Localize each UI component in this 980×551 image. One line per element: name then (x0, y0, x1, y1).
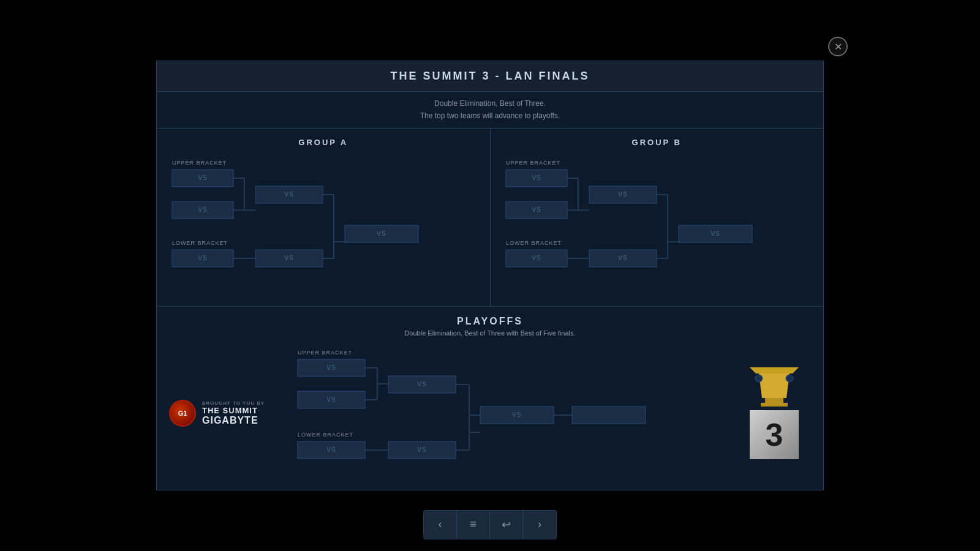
nav-next-button[interactable]: › (523, 511, 556, 539)
playoffs-title: PLAYOFFS (169, 316, 811, 327)
ga-lower-r1-m1 (172, 250, 233, 267)
logo-brought-text: BROUGHT TO YOU BY (202, 400, 265, 406)
svg-text:VS: VS (618, 254, 627, 261)
ga-upper-r1-m2 (172, 201, 233, 219)
groups-section: GROUP A UPPER BRACKET VS VS (157, 128, 823, 306)
svg-rect-39 (679, 225, 752, 242)
svg-text:LOWER BRACKET: LOWER BRACKET (298, 432, 353, 438)
svg-text:VS: VS (198, 174, 207, 181)
logo-text-block: BROUGHT TO YOU BY THE SUMMIT GIGABYTE (202, 400, 265, 426)
svg-text:VS: VS (618, 190, 627, 197)
group-a-upper-label: UPPER BRACKET (172, 160, 227, 166)
playoffs-logo: G1 BROUGHT TO YOU BY THE SUMMIT GIGABYTE (169, 400, 292, 427)
main-container: ✕ THE SUMMIT 3 - LAN FINALS Double Elimi… (156, 61, 824, 490)
ga-finals-m1 (345, 225, 418, 242)
trophy: 3 (744, 367, 805, 459)
trophy-icon-svg (744, 367, 805, 410)
svg-text:VS: VS (532, 254, 541, 261)
close-button[interactable]: ✕ (828, 37, 848, 56)
svg-text:VS: VS (284, 254, 293, 261)
svg-rect-34 (589, 250, 657, 267)
logo-row: G1 BROUGHT TO YOU BY THE SUMMIT GIGABYTE (169, 400, 265, 427)
group-a-title: GROUP A (166, 138, 481, 147)
ga-upper-r2-m1 (255, 186, 323, 203)
svg-rect-26 (589, 186, 657, 203)
ga-upper-r1-m1 (172, 170, 233, 187)
svg-text:LOWER BRACKET: LOWER BRACKET (506, 240, 562, 246)
trophy-number: 3 (766, 416, 783, 453)
playoffs-bracket-svg: UPPER BRACKET VS VS (292, 346, 720, 481)
svg-text:VS: VS (198, 206, 207, 212)
svg-marker-68 (750, 367, 799, 373)
svg-rect-67 (572, 407, 646, 424)
nav-back-button[interactable]: ↩ (490, 511, 523, 539)
group-a-bracket-svg: UPPER BRACKET VS VS (166, 156, 484, 297)
svg-text:VS: VS (710, 230, 720, 236)
playoffs-bracket-area: UPPER BRACKET VS VS (292, 346, 737, 481)
trophy-number-badge: 3 (750, 410, 799, 459)
svg-text:VS: VS (417, 380, 426, 387)
svg-point-71 (755, 375, 763, 382)
svg-text:VS: VS (198, 254, 207, 261)
nav-prev-button[interactable]: ‹ (424, 511, 457, 539)
svg-text:VS: VS (326, 395, 336, 402)
title-bar: THE SUMMIT 3 - LAN FINALS (157, 61, 823, 92)
svg-text:LOWER BRACKET: LOWER BRACKET (172, 240, 228, 246)
svg-text:VS: VS (326, 446, 336, 452)
g1-logo: G1 (169, 400, 196, 427)
nav-list-button[interactable]: ≡ (457, 511, 490, 539)
playoffs-section: PLAYOFFS Double Elimination, Best of Thr… (157, 306, 823, 490)
group-a-content: UPPER BRACKET VS VS (166, 156, 481, 297)
group-b-panel: GROUP B UPPER BRACKET VS VS (491, 129, 824, 306)
svg-rect-31 (506, 250, 567, 267)
group-b-title: GROUP B (500, 138, 815, 147)
playoffs-inner: G1 BROUGHT TO YOU BY THE SUMMIT GIGABYTE… (169, 346, 811, 481)
tournament-subtitle: Double Elimination, Best of Three. The t… (157, 92, 823, 127)
svg-text:VS: VS (377, 230, 386, 236)
logo-gigabyte-text: GIGABYTE (202, 415, 265, 426)
svg-rect-70 (761, 403, 788, 407)
svg-text:VS: VS (532, 206, 541, 212)
playoffs-subtitle: Double Elimination, Best of Three with B… (169, 329, 811, 337)
svg-text:UPPER BRACKET: UPPER BRACKET (298, 350, 352, 356)
svg-text:VS: VS (284, 190, 293, 197)
group-b-bracket-svg: UPPER BRACKET VS VS (500, 156, 818, 297)
svg-rect-69 (765, 398, 783, 403)
group-a-panel: GROUP A UPPER BRACKET VS VS (157, 129, 491, 306)
logo-summit-text: THE SUMMIT (202, 406, 265, 415)
svg-point-72 (786, 375, 793, 382)
group-b-content: UPPER BRACKET VS VS (500, 156, 815, 297)
ga-lower-r2-m1 (255, 250, 323, 267)
svg-text:VS: VS (532, 174, 541, 181)
svg-text:VS: VS (417, 446, 426, 452)
nav-bar: ‹ ≡ ↩ › (423, 510, 557, 539)
svg-text:UPPER BRACKET: UPPER BRACKET (506, 160, 560, 166)
g1-text: G1 (178, 410, 187, 417)
svg-text:VS: VS (512, 411, 521, 418)
trophy-area: 3 (737, 367, 811, 459)
svg-rect-20 (506, 201, 567, 219)
svg-text:VS: VS (326, 364, 336, 370)
svg-rect-18 (506, 170, 567, 187)
tournament-title: THE SUMMIT 3 - LAN FINALS (169, 70, 811, 83)
